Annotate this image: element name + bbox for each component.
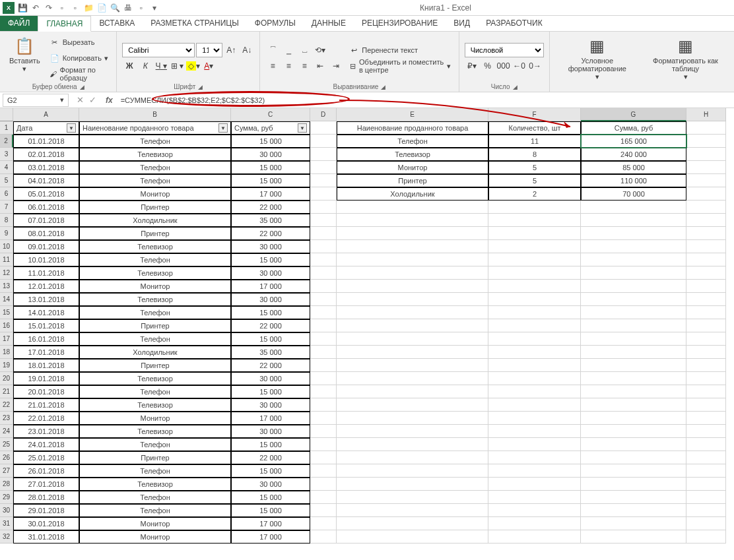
cell-date[interactable]: 12.01.2018 (13, 280, 79, 293)
cell[interactable] (581, 293, 686, 306)
cell-item[interactable]: Монитор (79, 530, 231, 544)
cell[interactable] (310, 201, 337, 214)
cell[interactable] (337, 293, 488, 306)
cell-date[interactable]: 27.01.2018 (13, 478, 79, 491)
row-header[interactable]: 9 (0, 227, 13, 240)
cell[interactable] (337, 438, 488, 451)
cell[interactable] (310, 306, 337, 319)
cell-date[interactable]: 20.01.2018 (13, 385, 79, 398)
cell[interactable] (686, 293, 726, 306)
cell[interactable] (337, 266, 488, 280)
cell-sum[interactable]: 17 000 (231, 530, 310, 544)
cancel-icon[interactable]: ✕ (77, 95, 84, 105)
cell[interactable] (310, 359, 337, 372)
cell-sum[interactable]: 17 000 (231, 517, 310, 530)
cell[interactable] (337, 517, 488, 530)
cell-item[interactable]: Телевизор (79, 425, 231, 438)
new-icon[interactable]: 📄 (96, 3, 107, 13)
cell[interactable] (337, 412, 488, 425)
cell[interactable] (310, 227, 337, 240)
cell[interactable] (488, 253, 581, 266)
cell[interactable] (686, 201, 726, 214)
cell-item[interactable]: Принтер (79, 451, 231, 464)
fx-icon[interactable]: fx (106, 96, 113, 105)
cell-date[interactable]: 15.01.2018 (13, 319, 79, 332)
cell-date[interactable]: 26.01.2018 (13, 464, 79, 478)
cell[interactable] (686, 517, 726, 530)
row-header[interactable]: 13 (0, 280, 13, 293)
cell-sum[interactable]: 30 000 (231, 425, 310, 438)
qat-icon[interactable]: ▫ (70, 3, 81, 13)
cell-date[interactable]: 07.01.2018 (13, 214, 79, 227)
cell[interactable] (581, 438, 686, 451)
comma-format-icon[interactable]: 000 (496, 59, 511, 73)
increase-decimal-icon[interactable]: ←0 (512, 59, 527, 73)
cell[interactable] (581, 372, 686, 385)
cell-date[interactable]: 17.01.2018 (13, 346, 79, 359)
cell[interactable] (581, 504, 686, 517)
cell-sum[interactable]: 22 000 (231, 451, 310, 464)
cell-item[interactable]: Телефон (79, 135, 231, 148)
cell-sum[interactable]: 35 000 (231, 214, 310, 227)
row-header[interactable]: 20 (0, 372, 13, 385)
row-header[interactable]: 21 (0, 385, 13, 398)
cell[interactable] (337, 491, 488, 504)
cell-date[interactable]: 24.01.2018 (13, 438, 79, 451)
cell[interactable] (488, 412, 581, 425)
decrease-decimal-icon[interactable]: 0→ (528, 59, 543, 73)
cell[interactable] (581, 306, 686, 319)
cell-item[interactable]: Телевизор (79, 266, 231, 280)
cell-sum[interactable]: 30 000 (231, 293, 310, 306)
cell-sum[interactable]: 15 000 (231, 161, 310, 174)
cell[interactable] (581, 280, 686, 293)
cell[interactable] (686, 451, 726, 464)
row-header[interactable]: 27 (0, 464, 13, 478)
cell[interactable] (310, 398, 337, 412)
tab-view[interactable]: ВИД (446, 16, 478, 31)
cell[interactable] (581, 451, 686, 464)
tab-page-layout[interactable]: РАЗМЕТКА СТРАНИЦЫ (143, 16, 247, 31)
print-preview-icon[interactable]: 🔍 (110, 3, 120, 13)
cell-sum[interactable]: 30 000 (231, 148, 310, 161)
row-header[interactable]: 19 (0, 359, 13, 372)
cell-date[interactable]: 14.01.2018 (13, 306, 79, 319)
increase-font-icon[interactable]: A↑ (224, 43, 238, 57)
cell[interactable] (686, 398, 726, 412)
cell-sum[interactable]: 22 000 (231, 227, 310, 240)
cell[interactable] (337, 372, 488, 385)
qat-dropdown-icon[interactable]: ▾ (149, 3, 160, 13)
cell-sum[interactable]: 30 000 (231, 398, 310, 412)
cell-item[interactable]: Принтер (337, 174, 488, 187)
cell[interactable] (337, 306, 488, 319)
cell[interactable] (337, 332, 488, 346)
cell[interactable] (581, 240, 686, 253)
row-header[interactable]: 4 (0, 161, 13, 174)
cell[interactable] (337, 451, 488, 464)
cell-item[interactable]: Телевизор (79, 148, 231, 161)
filter-arrow-icon[interactable]: ▼ (67, 123, 76, 133)
cell[interactable] (337, 319, 488, 332)
cell[interactable] (337, 398, 488, 412)
cell[interactable] (581, 214, 686, 227)
cell-date[interactable]: 31.01.2018 (13, 530, 79, 544)
cell[interactable] (310, 121, 337, 135)
cell[interactable] (488, 398, 581, 412)
print-icon[interactable]: 🖶 (123, 3, 133, 13)
cell[interactable] (310, 346, 337, 359)
cell[interactable] (686, 121, 726, 135)
cell[interactable] (310, 372, 337, 385)
table-header-cell[interactable]: Наиенование проданного товара (337, 121, 488, 135)
cell-qty[interactable]: 11 (488, 135, 581, 148)
cell[interactable] (686, 148, 726, 161)
excel-icon[interactable]: X (3, 2, 15, 14)
cell[interactable] (488, 372, 581, 385)
cell-item[interactable]: Холодильник (337, 187, 488, 201)
cell[interactable] (488, 280, 581, 293)
cell-item[interactable]: Монитор (337, 161, 488, 174)
cell[interactable] (310, 530, 337, 544)
cell[interactable] (310, 174, 337, 187)
column-header[interactable]: F (488, 108, 581, 121)
cell[interactable] (581, 425, 686, 438)
align-right-icon[interactable]: ≡ (297, 59, 312, 73)
cell-sum[interactable]: 165 000 (581, 135, 686, 148)
